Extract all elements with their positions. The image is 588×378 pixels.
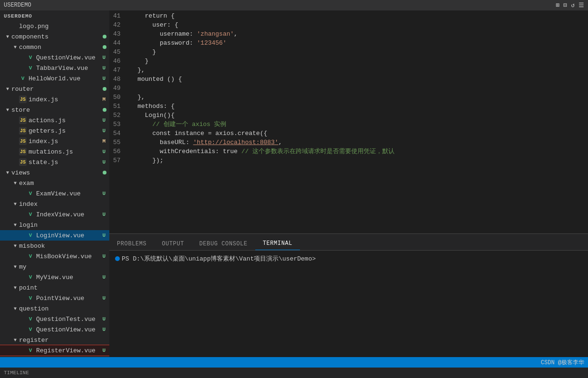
js-file-icon: JS	[19, 116, 27, 124]
sidebar[interactable]: USERDEMOlogo.pngcomponentscommonVQuestio…	[0, 10, 109, 357]
sidebar-item-HelloWorld-vue[interactable]: VHelloWorld.vueU	[0, 73, 109, 84]
sidebar-item-login[interactable]: login	[0, 220, 109, 230]
status-bar: CSDN @极客李华	[0, 357, 588, 368]
panel-tab-terminal[interactable]: TERMINAL	[255, 237, 300, 250]
panel-tab-problems[interactable]: PROBLEMS	[109, 237, 154, 250]
sidebar-item-getters-js[interactable]: JSgetters.jsU	[0, 126, 109, 136]
code-line: },	[126, 93, 588, 102]
spacer-icon	[11, 75, 19, 82]
sidebar-item-label: my	[19, 263, 109, 271]
sidebar-item-index-js-store[interactable]: JSindex.jsM	[0, 136, 109, 146]
sidebar-item-router[interactable]: router	[0, 84, 109, 94]
sidebar-item-label: login	[19, 222, 109, 229]
line-number: 50	[113, 93, 121, 102]
spacer-icon	[19, 232, 27, 239]
sidebar-item-label: register	[19, 337, 109, 344]
sidebar-item-label: views	[11, 169, 103, 176]
js-file-icon: JS	[19, 127, 27, 135]
collapse-icon[interactable]: ☰	[578, 1, 584, 9]
sidebar-item-register[interactable]: register	[0, 335, 109, 345]
code-content[interactable]: return { user: { username: 'zhangsan', p…	[126, 10, 588, 233]
code-line: Login(){	[126, 111, 588, 120]
chevron-down-icon	[11, 242, 19, 250]
sidebar-item-label: index.js	[29, 138, 100, 145]
sidebar-item-views[interactable]: views	[0, 167, 109, 178]
change-indicator-dot	[103, 171, 106, 174]
sidebar-item-QuestionTest-vue[interactable]: VQuestionTest.vueU	[0, 314, 109, 324]
sidebar-item-RegisterView-vue[interactable]: VRegisterView.vueU	[0, 345, 109, 356]
sidebar-item-IndexView-vue[interactable]: VIndexView.vueU	[0, 209, 109, 220]
vue-file-icon: V	[27, 252, 34, 260]
code-line: withCredentials: true // 这个参数表示在跨域请求时是否需…	[126, 147, 588, 156]
line-number: 56	[113, 147, 121, 156]
sidebar-item-misbook[interactable]: misbook	[0, 241, 109, 251]
vue-file-icon: V	[27, 273, 34, 281]
new-folder-icon[interactable]: ⊟	[563, 1, 567, 9]
sidebar-item-actions-js[interactable]: JSactions.jsU	[0, 115, 109, 126]
sidebar-item-LoginView-vue[interactable]: VLoginView.vueU	[0, 230, 109, 241]
sidebar-item-label: logo.png	[19, 23, 109, 30]
line-number: 57	[113, 156, 121, 165]
code-line: },	[126, 66, 588, 75]
chevron-down-icon	[4, 33, 11, 40]
line-number: 43	[113, 29, 121, 39]
new-file-icon[interactable]: ⊞	[556, 1, 560, 9]
title-bar-title: USERDEMO	[4, 2, 31, 9]
change-indicator-dot	[103, 35, 106, 39]
change-indicator-dot	[103, 108, 106, 112]
code-line: baseURL: 'http://localhost:8083',	[126, 138, 588, 147]
terminal-prompt: PS D:\系统默认\桌面\uniapp博客素材\Vant项目演示\userDe…	[115, 254, 582, 263]
sidebar-item-state-js[interactable]: JSstate.jsU	[0, 157, 109, 167]
sidebar-item-ExamView-vue[interactable]: VExamView.vueU	[0, 188, 109, 199]
spacer-icon	[19, 252, 27, 260]
chevron-down-icon	[11, 263, 19, 271]
sidebar-item-MisBookView-vue[interactable]: VMisBookView.vueU	[0, 251, 109, 262]
sidebar-item-QuestionView2-vue[interactable]: VQuestionView.vueU	[0, 324, 109, 335]
sidebar-item-index-js-router[interactable]: JSindex.jsM	[0, 94, 109, 105]
title-bar: USERDEMO ⊞ ⊟ ↺ ☰	[0, 0, 588, 10]
panel-tab-output[interactable]: OUTPUT	[154, 237, 192, 250]
js-file-icon: JS	[19, 96, 27, 103]
file-badge: U	[100, 159, 107, 165]
refresh-icon[interactable]: ↺	[571, 1, 575, 9]
chevron-down-icon	[11, 200, 19, 208]
line-number: 52	[113, 111, 121, 120]
sidebar-item-components[interactable]: components	[0, 31, 109, 42]
spacer-icon	[19, 347, 27, 354]
file-badge: U	[100, 274, 107, 280]
sidebar-item-point[interactable]: point	[0, 282, 109, 293]
file-badge: U	[100, 117, 107, 123]
sidebar-item-PointView-vue[interactable]: VPointView.vueU	[0, 293, 109, 303]
file-badge: U	[100, 233, 107, 238]
sidebar-item-MyView-vue[interactable]: VMyView.vueU	[0, 272, 109, 282]
sidebar-item-label: MisBookView.vue	[36, 253, 100, 260]
editor-area: 4142434445464748495051525354555657 retur…	[109, 10, 588, 357]
code-line: methods: {	[126, 102, 588, 111]
line-number: 44	[113, 39, 121, 48]
sidebar-item-QuestionView-vue[interactable]: VQuestionView.vueU	[0, 52, 109, 63]
sidebar-item-label: TabbarView.vue	[36, 65, 100, 72]
sidebar-item-label: misbook	[19, 242, 109, 250]
terminal-content: PS D:\系统默认\桌面\uniapp博客素材\Vant项目演示\userDe…	[109, 251, 588, 357]
sidebar-item-label: IndexView.vue	[36, 211, 100, 218]
line-number: 55	[113, 138, 121, 147]
js-file-icon: JS	[19, 137, 27, 145]
sidebar-item-exam[interactable]: exam	[0, 178, 109, 188]
sidebar-item-score[interactable]: score	[0, 356, 109, 357]
sidebar-item-TabbarView-vue[interactable]: VTabbarView.vueU	[0, 63, 109, 73]
sidebar-item-store[interactable]: store	[0, 105, 109, 115]
sidebar-item-my[interactable]: my	[0, 262, 109, 272]
sidebar-item-question[interactable]: question	[0, 303, 109, 314]
spacer-icon	[19, 54, 27, 61]
sidebar-item-logo-png[interactable]: logo.png	[0, 21, 109, 31]
sidebar-item-label: store	[11, 107, 103, 114]
sidebar-item-mutations-js[interactable]: JSmutations.jsU	[0, 146, 109, 157]
sidebar-item-index-folder[interactable]: index	[0, 199, 109, 209]
spacer-icon	[19, 211, 27, 218]
sidebar-item-label: getters.js	[29, 127, 100, 135]
file-badge: U	[100, 253, 107, 259]
sidebar-item-common[interactable]: common	[0, 42, 109, 52]
panel-tab-debug-console[interactable]: DEBUG CONSOLE	[192, 237, 255, 250]
sidebar-item-label: common	[19, 44, 103, 51]
spacer-icon	[19, 273, 27, 281]
